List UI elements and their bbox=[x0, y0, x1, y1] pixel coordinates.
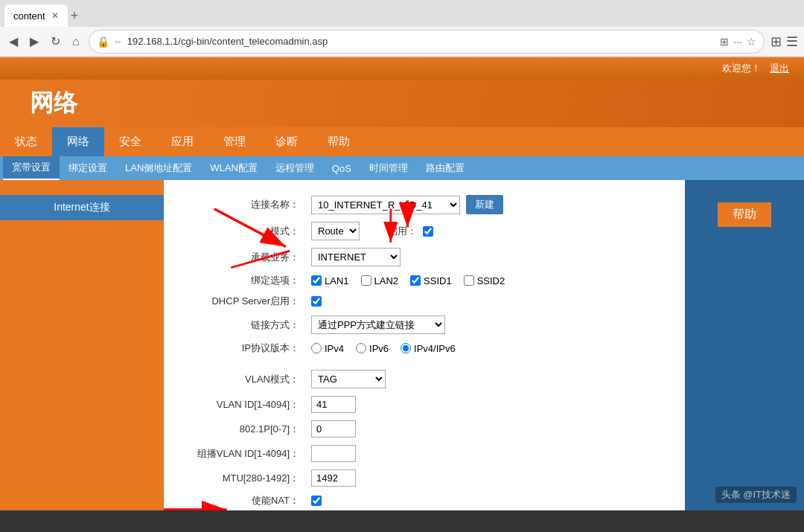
vlan-id-label: VLAN ID[1-4094]： bbox=[186, 398, 305, 411]
subnav-binding[interactable]: 绑定设置 bbox=[60, 157, 116, 179]
form-area: 连接名称： 10_INTERNET_R_VID_41 新建 模式： Route … bbox=[164, 180, 685, 510]
link-row: 链接方式： 通过PPP方式建立链接 bbox=[186, 315, 663, 334]
ipv4-radio[interactable] bbox=[311, 343, 322, 353]
address-text: 192.168.1.1/cgi-bin/content_telecomadmin… bbox=[127, 36, 716, 47]
group-vlan-row: 组播VLAN ID[1-4094]： bbox=[186, 445, 663, 462]
subnav-time[interactable]: 时间管理 bbox=[360, 157, 417, 179]
s802-row: 802.1P[0-7]： bbox=[186, 420, 663, 438]
content-area: Internet连接 连接名称： bbox=[0, 180, 804, 510]
nav-help[interactable]: 帮助 bbox=[313, 127, 365, 156]
address-more-icon[interactable]: ··· bbox=[733, 36, 742, 48]
dhcp-label: DHCP Server启用： bbox=[186, 295, 305, 308]
nav-diagnose[interactable]: 诊断 bbox=[261, 127, 313, 156]
lan1-item: LAN1 bbox=[311, 275, 349, 286]
new-btn[interactable]: 新建 bbox=[466, 195, 503, 214]
nat-checkbox[interactable] bbox=[311, 496, 322, 506]
subnav-qos[interactable]: QoS bbox=[323, 158, 360, 179]
ssid2-checkbox[interactable] bbox=[464, 275, 474, 286]
connection-name-label: 连接名称： bbox=[186, 198, 305, 211]
binding-checkboxes: LAN1 LAN2 SSID1 SSID2 bbox=[311, 275, 505, 286]
tab-title: content bbox=[13, 10, 45, 22]
enable-checkbox[interactable] bbox=[423, 226, 433, 237]
ipv6-radio[interactable] bbox=[356, 343, 366, 353]
router-header: 网络 状态 网络 安全 应用 管理 诊断 帮助 bbox=[0, 80, 804, 156]
nat-row: 使能NAT： bbox=[186, 494, 663, 507]
nav-network[interactable]: 网络 bbox=[52, 127, 104, 156]
dhcp-row: DHCP Server启用： bbox=[186, 295, 663, 308]
vlan-mode-row: VLAN模式： TAG bbox=[186, 370, 663, 388]
tab-close-btn[interactable]: ✕ bbox=[51, 10, 59, 21]
subnav-lan-addr[interactable]: LAN侧地址配置 bbox=[116, 157, 201, 179]
address-bar[interactable]: 🔒 ↔ 192.168.1.1/cgi-bin/content_telecoma… bbox=[89, 30, 765, 54]
link-select[interactable]: 通过PPP方式建立链接 bbox=[311, 315, 445, 334]
group-vlan-label: 组播VLAN ID[1-4094]： bbox=[186, 447, 305, 461]
ssid2-item: SSID2 bbox=[464, 275, 505, 286]
ipv4v6-item: IPv4/IPv6 bbox=[401, 343, 456, 354]
enable-label: 启用： bbox=[388, 225, 417, 238]
ipv4-label: IPv4 bbox=[325, 343, 344, 354]
address-star-icon[interactable]: ☆ bbox=[747, 36, 756, 48]
lan1-checkbox[interactable] bbox=[311, 275, 322, 286]
lan2-label: LAN2 bbox=[374, 275, 399, 286]
mode-row: 模式： Route 启用： bbox=[186, 222, 663, 240]
subnav-wlan[interactable]: WLAN配置 bbox=[201, 157, 267, 179]
sidebar: Internet连接 bbox=[0, 180, 164, 510]
lan2-item: LAN2 bbox=[361, 275, 399, 286]
nav-security[interactable]: 安全 bbox=[104, 127, 156, 156]
welcome-text: 欢迎您！ bbox=[722, 62, 761, 75]
ssid1-label: SSID1 bbox=[424, 275, 452, 286]
ipv4v6-radio[interactable] bbox=[401, 343, 411, 353]
home-btn[interactable]: ⌂ bbox=[69, 32, 83, 51]
ip-version-radios: IPv4 IPv6 IPv4/IPv6 bbox=[311, 343, 456, 354]
mtu-row: MTU[280-1492]： bbox=[186, 469, 663, 487]
vlan-id-row: VLAN ID[1-4094]： bbox=[186, 396, 663, 413]
nav-manage[interactable]: 管理 bbox=[208, 127, 261, 156]
router-logo: 网络 bbox=[0, 80, 164, 127]
s802-label: 802.1P[0-7]： bbox=[186, 423, 305, 436]
ip-version-row: IP协议版本： IPv4 IPv6 IPv4/IPv6 bbox=[186, 342, 663, 355]
ssid1-checkbox[interactable] bbox=[410, 275, 421, 286]
vlan-mode-label: VLAN模式： bbox=[186, 373, 305, 386]
menu-icon[interactable]: ☰ bbox=[786, 33, 798, 50]
help-box: 帮助 bbox=[685, 180, 804, 510]
subnav-broadband[interactable]: 宽带设置 bbox=[3, 156, 60, 180]
refresh-btn[interactable]: ↻ bbox=[48, 31, 63, 51]
watermark: 头条 @IT技术迷 bbox=[715, 487, 797, 503]
s802-input[interactable] bbox=[311, 420, 356, 438]
nav-status[interactable]: 状态 bbox=[0, 127, 52, 156]
vlan-id-input[interactable] bbox=[311, 396, 356, 413]
browser-tab[interactable]: content ✕ bbox=[4, 4, 68, 27]
logout-btn[interactable]: 退出 bbox=[770, 62, 789, 75]
nav-apps[interactable]: 应用 bbox=[156, 127, 208, 156]
ipv6-item: IPv6 bbox=[356, 343, 389, 354]
ipv6-label: IPv6 bbox=[369, 343, 389, 354]
mtu-input[interactable] bbox=[311, 469, 356, 487]
forward-btn[interactable]: ▶ bbox=[27, 31, 42, 51]
link-label: 链接方式： bbox=[186, 318, 305, 332]
carrier-label: 承载业务： bbox=[186, 251, 305, 264]
binding-label: 绑定选项： bbox=[186, 274, 305, 287]
lan1-label: LAN1 bbox=[325, 275, 349, 286]
lan2-checkbox[interactable] bbox=[361, 275, 371, 286]
binding-row: 绑定选项： LAN1 LAN2 SSID1 bbox=[186, 274, 663, 287]
sidebar-internet[interactable]: Internet连接 bbox=[0, 195, 164, 220]
new-tab-btn[interactable]: + bbox=[71, 8, 79, 24]
mode-select[interactable]: Route bbox=[311, 222, 360, 240]
ipv4-item: IPv4 bbox=[311, 343, 344, 354]
subnav-route[interactable]: 路由配置 bbox=[417, 157, 473, 179]
connection-name-select[interactable]: 10_INTERNET_R_VID_41 bbox=[311, 196, 460, 214]
group-vlan-input[interactable] bbox=[311, 445, 356, 462]
mode-label: 模式： bbox=[186, 225, 305, 238]
router-topbar: 欢迎您！ 退出 bbox=[0, 57, 804, 80]
dhcp-checkbox[interactable] bbox=[311, 296, 322, 307]
main-nav: 状态 网络 安全 应用 管理 诊断 帮助 bbox=[0, 127, 804, 156]
subnav-remote[interactable]: 远程管理 bbox=[267, 157, 323, 179]
extensions-icon[interactable]: ⊞ bbox=[770, 33, 782, 50]
vlan-mode-select[interactable]: TAG bbox=[311, 370, 386, 388]
back-btn[interactable]: ◀ bbox=[6, 31, 21, 51]
carrier-select[interactable]: INTERNET bbox=[311, 248, 401, 266]
ipv4v6-label: IPv4/IPv6 bbox=[414, 343, 456, 354]
ip-version-label: IP协议版本： bbox=[186, 342, 305, 355]
nat-label: 使能NAT： bbox=[186, 494, 305, 507]
carrier-row: 承载业务： INTERNET bbox=[186, 248, 663, 266]
